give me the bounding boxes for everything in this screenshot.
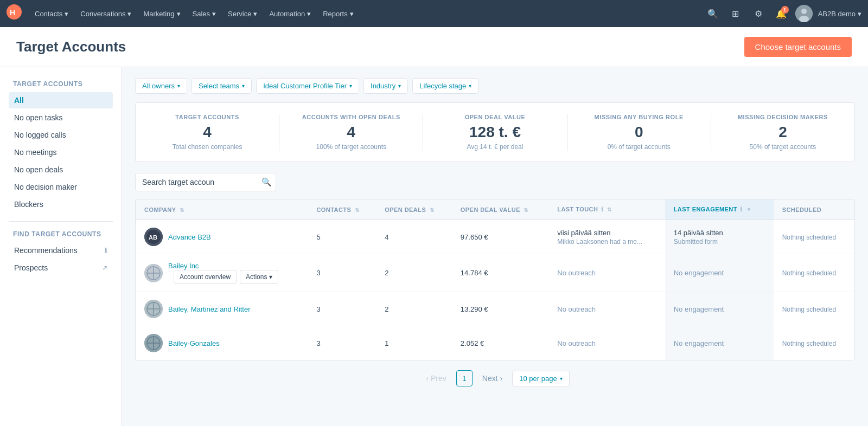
scheduled-cell: Nothing scheduled: [774, 326, 854, 360]
notification-badge: 1: [781, 6, 789, 14]
nav-service[interactable]: Service ▾: [222, 5, 263, 22]
sort-icon[interactable]: ⇅: [430, 207, 434, 213]
page-title: Target Accounts: [16, 38, 126, 55]
col-last-engagement: LAST ENGAGEMENT ℹ ▼: [665, 199, 774, 220]
sidebar-item-prospects[interactable]: Prospects ↗: [9, 260, 113, 276]
contacts-cell: 3: [308, 292, 376, 326]
last-touch-cell: No outreach: [548, 326, 665, 360]
svg-text:H: H: [10, 8, 15, 17]
chevron-down-icon: ▾: [398, 83, 401, 89]
open-deals-cell: 2: [376, 292, 452, 326]
choose-target-accounts-button[interactable]: Choose target accounts: [744, 37, 852, 57]
col-scheduled: SCHEDULED: [774, 199, 854, 220]
col-contacts: CONTACTS ⇅: [308, 199, 376, 220]
col-open-deals: OPEN DEALS ⇅: [376, 199, 452, 220]
company-cell: Bailey, Martinez and Ritter: [136, 292, 308, 326]
prev-page-button[interactable]: ‹ Prev: [420, 371, 451, 386]
stat-missing-buying-role: MISSING ANY BUYING ROLE 0 0% of target a…: [567, 114, 711, 151]
contacts-cell: 5: [308, 220, 376, 254]
user-avatar[interactable]: [795, 5, 813, 22]
table: COMPANY ⇅ CONTACTS ⇅ OPEN DEALS ⇅ OPEN: [136, 199, 854, 360]
nav-reports[interactable]: Reports ▾: [317, 5, 359, 22]
filter-all-owners[interactable]: All owners ▾: [135, 78, 187, 94]
nav-sales[interactable]: Sales ▾: [187, 5, 222, 22]
scheduled-cell: Nothing scheduled: [774, 292, 854, 326]
table-body: AB Advance B2B 5497.650 €viisi päivää si…: [136, 220, 854, 360]
settings-icon[interactable]: ⚙: [750, 5, 767, 22]
nav-marketing[interactable]: Marketing ▾: [138, 5, 186, 22]
svg-point-3: [799, 16, 809, 22]
sidebar-item-no-decision-maker[interactable]: No decision maker: [9, 179, 113, 195]
company-cell: AB Advance B2B: [136, 220, 308, 254]
filter-industry[interactable]: Industry ▾: [363, 78, 408, 94]
open-deal-value-cell: 13.290 €: [452, 292, 548, 326]
col-last-touch: LAST TOUCH ℹ ⇅: [548, 199, 665, 220]
search-input-wrap: 🔍: [135, 173, 276, 191]
nav-automation[interactable]: Automation ▾: [264, 5, 316, 22]
search-icon[interactable]: 🔍: [704, 5, 722, 22]
info-icon: ℹ: [740, 206, 742, 212]
pagination: ‹ Prev 1 Next › 10 per page ▾: [135, 360, 855, 396]
sidebar-divider: [9, 221, 113, 222]
company-logo: [144, 334, 163, 352]
page-number-1[interactable]: 1: [456, 370, 473, 386]
last-engagement-cell: No engagement: [665, 326, 774, 360]
svg-point-2: [801, 9, 807, 14]
sort-icon-active[interactable]: ▼: [746, 206, 751, 212]
last-touch-cell: No outreach: [548, 292, 665, 326]
col-company: COMPANY ⇅: [136, 199, 308, 220]
sidebar-item-no-meetings[interactable]: No meetings: [9, 144, 113, 160]
company-name-link[interactable]: Bailey Inc: [168, 262, 199, 270]
main-content: All owners ▾ Select teams ▾ Ideal Custom…: [122, 67, 868, 426]
contacts-cell: 3: [308, 254, 376, 292]
sort-icon[interactable]: ⇅: [607, 206, 611, 212]
last-engagement-cell: 14 päivää sittenSubmitted form: [665, 220, 774, 254]
stat-missing-decision-makers: MISSING DECISION MAKERS 2 50% of target …: [711, 114, 854, 151]
search-input[interactable]: [135, 173, 276, 191]
filter-icp-tier[interactable]: Ideal Customer Profile Tier ▾: [256, 78, 359, 94]
company-name-link[interactable]: Bailey-Gonzales: [168, 339, 220, 347]
sort-icon[interactable]: ⇅: [524, 207, 528, 213]
chevron-down-icon: ▾: [469, 83, 471, 89]
company-logo: [144, 300, 163, 318]
info-icon: ℹ: [601, 206, 603, 212]
filter-bar: All owners ▾ Select teams ▾ Ideal Custom…: [135, 78, 855, 94]
topnav-actions: 🔍 ⊞ ⚙ 🔔 1 AB2B demo ▾: [704, 5, 861, 22]
nav-contacts[interactable]: Contacts ▾: [29, 5, 74, 22]
sort-icon[interactable]: ⇅: [355, 207, 359, 213]
company-name-link[interactable]: Bailey, Martinez and Ritter: [168, 305, 251, 313]
search-submit-button[interactable]: 🔍: [261, 177, 272, 187]
sort-icon[interactable]: ⇅: [180, 207, 184, 213]
company-name-link[interactable]: Advance B2B: [168, 233, 211, 241]
sidebar-item-no-open-deals[interactable]: No open deals: [9, 162, 113, 178]
nav-conversations[interactable]: Conversations ▾: [75, 5, 137, 22]
sidebar-section-target-accounts: Target accounts: [9, 80, 113, 88]
company-cell: Bailey-Gonzales: [136, 326, 308, 360]
filter-lifecycle-stage[interactable]: Lifecycle stage ▾: [412, 78, 478, 94]
stats-panel: TARGET ACCOUNTS 4 Total chosen companies…: [135, 102, 855, 162]
open-deal-value-cell: 2.052 €: [452, 326, 548, 360]
open-deals-cell: 4: [376, 220, 452, 254]
sidebar-item-blockers[interactable]: Blockers: [9, 196, 113, 212]
actions-dropdown-button[interactable]: Actions ▾: [240, 270, 278, 284]
stat-target-accounts: TARGET ACCOUNTS 4 Total chosen companies: [136, 114, 279, 151]
contacts-cell: 3: [308, 326, 376, 360]
stat-open-deal-value: OPEN DEAL VALUE 128 t. € Avg 14 t. € per…: [423, 114, 567, 151]
table-row: Bailey-Gonzales 312.052 €No outreachNo e…: [136, 326, 854, 360]
apps-icon[interactable]: ⊞: [727, 5, 744, 22]
scheduled-cell: Nothing scheduled: [774, 220, 854, 254]
sidebar-item-recommendations[interactable]: Recommendations ℹ: [9, 242, 113, 259]
account-overview-button[interactable]: Account overview: [174, 270, 237, 284]
scheduled-cell: Nothing scheduled: [774, 254, 854, 292]
hubspot-logo[interactable]: H: [7, 4, 22, 23]
next-page-button[interactable]: Next ›: [477, 371, 508, 386]
open-deal-value-cell: 14.784 €: [452, 254, 548, 292]
sidebar-item-no-open-tasks[interactable]: No open tasks: [9, 109, 113, 126]
account-switcher[interactable]: AB2B demo ▾: [818, 10, 861, 18]
sidebar-item-all[interactable]: All: [9, 92, 113, 108]
sidebar-item-no-logged-calls[interactable]: No logged calls: [9, 127, 113, 143]
table-row: Bailey, Martinez and Ritter 3213.290 €No…: [136, 292, 854, 326]
filter-select-teams[interactable]: Select teams ▾: [192, 78, 252, 94]
notifications-icon[interactable]: 🔔 1: [773, 5, 790, 22]
per-page-selector[interactable]: 10 per page ▾: [512, 371, 569, 386]
